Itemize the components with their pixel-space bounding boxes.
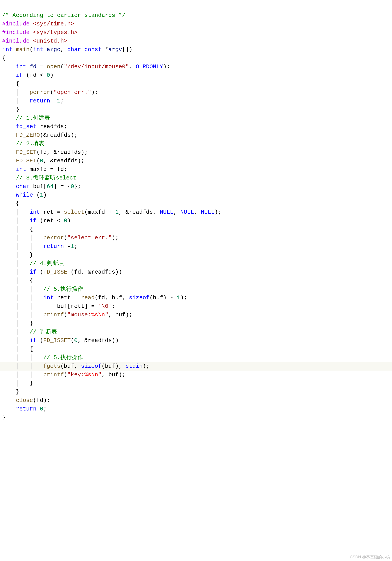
code-line: return — [30, 98, 50, 104]
code-line: // 2.填表 — [2, 140, 44, 147]
code-line: if — [2, 72, 23, 78]
code-line: // 5.执行操作 — [43, 354, 83, 361]
code-line: if — [30, 269, 36, 275]
code-line: close — [16, 397, 33, 404]
code-line: FD_SET — [16, 149, 36, 156]
code-line: char — [2, 183, 30, 190]
code-line: } — [2, 388, 19, 395]
code-line: FD_SET — [16, 158, 36, 164]
code-line: #include — [2, 21, 30, 27]
code-line: printf — [43, 371, 64, 378]
code-line: /* According to earlier standards */ — [2, 12, 126, 19]
code-line: int — [2, 166, 26, 173]
code-line: // 5.执行操作 — [43, 286, 83, 292]
code-line: fd_set — [16, 123, 36, 130]
code-line: { — [30, 277, 33, 284]
code-line: { — [2, 81, 19, 87]
code-line: int — [43, 294, 54, 301]
code-line: #include — [2, 29, 30, 36]
code-line: int — [2, 64, 26, 70]
code-line: // 1.创建表 — [2, 115, 50, 121]
code-line: // 判断表 — [30, 329, 57, 335]
code-line: #include — [2, 38, 30, 44]
code-line: return — [43, 243, 64, 250]
code-line: { — [30, 226, 33, 233]
code-line: if — [30, 217, 36, 224]
code-line: } — [2, 414, 6, 421]
code-line: } — [30, 252, 33, 258]
code-line: return — [2, 406, 36, 412]
code-line: { — [30, 346, 33, 352]
code-line: perror — [30, 89, 50, 96]
code-line: buf[rett] = — [57, 303, 98, 310]
code-line: // 3.循环监听select — [2, 175, 76, 181]
code-block: /* According to earlier standards */ #in… — [0, 0, 392, 424]
code-line: int — [2, 46, 12, 53]
code-line: if — [30, 337, 36, 344]
code-line: perror — [43, 235, 64, 241]
code-line: } — [30, 320, 33, 327]
code-line: int — [30, 209, 40, 216]
code-line: } — [30, 380, 33, 387]
code-line: } — [2, 106, 19, 113]
code-line: { — [2, 200, 19, 207]
highlighted-line: │ │ fgets(buf, sizeof(buf), stdin); — [0, 362, 392, 371]
code-line: printf — [43, 312, 64, 318]
code-line: FD_ZERO — [16, 132, 40, 139]
code-line: { — [2, 55, 6, 61]
code-line: while — [2, 192, 33, 198]
code-line: // 4.判断表 — [30, 260, 64, 267]
